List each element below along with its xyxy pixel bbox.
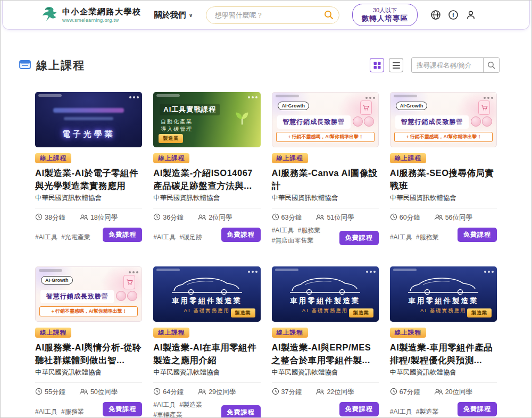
course-card[interactable]: AI工具實戰課程 自動化產業 導入碳管理 製造業 線上課程 AI製造業-介紹IS… — [153, 92, 260, 245]
course-meta: 36分鐘 2位同學 — [153, 208, 260, 222]
free-course-button[interactable]: 免費課程 — [458, 402, 497, 416]
tag[interactable]: #服務業 — [61, 407, 84, 416]
course-provider: 中華民國資訊軟體協會 — [272, 368, 379, 377]
course-provider: 中華民國資訊軟體協會 — [35, 194, 142, 203]
course-thumbnail[interactable]: AI工具實戰課程 自動化產業 導入碳管理 製造業 — [153, 92, 260, 147]
course-footer: #AI工具 #光電產業 免費課程 — [35, 226, 142, 242]
course-students: 22位同學 — [327, 388, 354, 397]
list-view-button[interactable] — [389, 58, 403, 72]
course-card[interactable]: 車用零組件製造業 AI 基礎實務應用 製造業 線上課程 AI製造業-AI在車用零… — [153, 266, 260, 418]
tag[interactable]: #AI工具 — [390, 407, 412, 416]
site-header: 中小企業網路大學校 www.smelearning.org.tw 關於我們 ∨ … — [2, 1, 530, 30]
students-icon — [315, 214, 325, 222]
free-course-button[interactable]: 免費課程 — [339, 402, 379, 416]
free-course-button[interactable]: 免費課程 — [339, 231, 379, 245]
globe-icon[interactable] — [430, 10, 441, 20]
course-card[interactable]: AI·Growth 智慧行銷成長致勝營 ＋行銷不靈感嗎，AI幫你精準出擊！ 線上… — [390, 92, 497, 245]
course-title[interactable]: AI製造業-AI於電子零組件與光學製造業實務應用 — [35, 166, 142, 192]
course-thumbnail[interactable]: 車用零組件製造業 AI 基礎實務應用 製造業 — [272, 266, 379, 322]
course-students: 50位同學 — [90, 388, 118, 397]
course-thumbnail[interactable]: AI·Growth 智慧行銷成長致勝營 ＋行銷不靈感嗎，AI幫你精準出擊！ — [390, 92, 497, 147]
site-url: www.smelearning.org.tw — [62, 18, 142, 23]
course-tags: #AI工具 #服務業 #無店面零售業 — [272, 226, 335, 245]
decorative-glow-line — [64, 117, 113, 120]
thumb-speech-bubble: AI·Growth — [396, 102, 428, 110]
grid-view-button[interactable] — [370, 58, 384, 72]
thumb-banner: ＋行銷不靈感嗎，AI幫你精準出擊！ — [39, 306, 138, 316]
shopping-cart-icon — [360, 101, 372, 115]
course-card[interactable]: AI·Growth 智慧行銷成長致勝營 ＋行銷不靈感嗎，AI幫你精準出擊！ 線上… — [272, 92, 379, 245]
tag[interactable]: #車輛產業 — [153, 411, 182, 418]
cta-line1: 30人以下 — [362, 6, 408, 14]
view-controls — [370, 57, 500, 73]
course-thumbnail[interactable]: 車用零組件製造業 AI 基礎實務應用 製造業 — [153, 266, 260, 322]
thumb-banner: ＋行銷不靈感嗎，AI幫你精準出擊！ — [276, 132, 375, 142]
nav-about-menu[interactable]: 關於我們 ∨ — [154, 10, 193, 20]
free-course-button[interactable]: 免費課程 — [103, 402, 142, 416]
course-tags: #AI工具 #服務業 — [390, 233, 439, 242]
thumb-subline: 自動化產業 — [161, 118, 193, 126]
decorative-sticker — [364, 116, 374, 127]
decorative-glow-line — [53, 108, 124, 113]
free-course-button[interactable]: 免費課程 — [103, 228, 142, 242]
course-provider: 中華民國資訊軟體協會 — [35, 368, 142, 377]
thumb-industry-badge: 製造業 — [349, 308, 373, 317]
course-title[interactable]: AI製造業-車用零組件產品排程/製程優化與預測... — [390, 341, 497, 366]
tag[interactable]: #AI工具 — [35, 233, 57, 242]
digital-transformation-zone-button[interactable]: 30人以下 數轉人培專區 — [352, 4, 418, 26]
course-duration: 55分鐘 — [45, 388, 65, 397]
tag[interactable]: #碳足跡 — [179, 233, 202, 242]
user-account-icon[interactable] — [466, 10, 476, 20]
header-search-input[interactable] — [215, 11, 324, 19]
tag[interactable]: #製造業 — [416, 407, 439, 416]
tag[interactable]: #AI工具 — [390, 233, 412, 242]
free-course-button[interactable]: 免費課程 — [221, 228, 261, 242]
course-thumbnail[interactable]: 車用零組件製造業 AI 基礎實務應用 製造業 — [390, 266, 497, 322]
course-search — [411, 57, 500, 73]
course-card[interactable]: 電子光學業 線上課程 AI製造業-AI於電子零組件與光學製造業實務應用 中華民國… — [35, 92, 142, 245]
thumb-industry-badge: 製造業 — [231, 308, 255, 317]
chevron-down-icon: ∨ — [189, 12, 193, 18]
course-title[interactable]: AI服務業-Canva AI圖像設計 — [272, 166, 379, 192]
tag[interactable]: #服務業 — [298, 226, 321, 235]
course-thumbnail[interactable]: AI·Growth 智慧行銷成長致勝營 ＋行銷不靈感嗎，AI幫你精準出擊！ — [35, 266, 142, 322]
course-title[interactable]: AI服務業-SEO搜尋佈局實戰班 — [390, 166, 497, 192]
course-title[interactable]: AI製造業-AI在車用零組件製造之應用介紹 — [153, 341, 260, 366]
thumb-window-chrome — [272, 266, 379, 273]
course-thumbnail[interactable]: AI·Growth 智慧行銷成長致勝營 ＋行銷不靈感嗎，AI幫你精準出擊！ — [272, 92, 379, 147]
course-card[interactable]: AI·Growth 智慧行銷成長致勝營 ＋行銷不靈感嗎，AI幫你精準出擊！ 線上… — [35, 266, 142, 418]
course-footer: #AI工具 #服務業 #無店面零售業 免費課程 — [272, 226, 379, 245]
clock-icon — [153, 213, 161, 222]
tag[interactable]: #製造業 — [179, 400, 202, 409]
free-course-button[interactable]: 免費課程 — [458, 228, 497, 242]
tag[interactable]: #無店面零售業 — [272, 236, 314, 245]
site-logo[interactable]: 中小企業網路大學校 www.smelearning.org.tw — [40, 5, 142, 24]
course-thumbnail[interactable]: 電子光學業 — [35, 92, 142, 147]
course-search-button[interactable] — [483, 58, 499, 72]
course-title[interactable]: AI製造業-AI與ERP/MES之整合於車用零組件製... — [272, 341, 379, 366]
tag[interactable]: #光電產業 — [61, 233, 90, 242]
decorative-sticker — [116, 291, 126, 301]
clock-icon — [390, 388, 397, 397]
course-title[interactable]: AI製造業-介紹ISO14067產品碳足跡盤查方法與... — [153, 166, 260, 192]
course-students: 29位同學 — [209, 388, 236, 397]
thumb-window-chrome — [153, 92, 260, 99]
free-course-button[interactable]: 免費課程 — [221, 405, 261, 418]
tag[interactable]: #AI工具 — [153, 233, 176, 242]
course-title[interactable]: AI服務業-AI輿情分析-從聆聽社群媒體到做出智... — [35, 341, 142, 366]
course-card[interactable]: 車用零組件製造業 AI 基礎實務應用 製造業 線上課程 AI製造業-AI與ERP… — [272, 266, 379, 418]
course-students: 2位同學 — [209, 213, 232, 222]
facebook-icon[interactable]: f — [448, 10, 459, 20]
seedling-icon — [232, 107, 252, 129]
tag[interactable]: #AI工具 — [272, 226, 294, 235]
shopping-cart-icon — [123, 275, 135, 289]
course-card[interactable]: 車用零組件製造業 AI 基礎實務應用 製造業 線上課程 AI製造業-車用零組件產… — [390, 266, 497, 418]
course-duration: 64分鐘 — [163, 388, 184, 397]
tag[interactable]: #AI工具 — [35, 407, 57, 416]
tag[interactable]: #AI工具 — [153, 400, 176, 409]
search-icon[interactable] — [324, 10, 334, 20]
decorative-sticker — [471, 116, 481, 127]
course-meta: 63分鐘 51位同學 — [272, 208, 379, 222]
tag[interactable]: #服務業 — [416, 233, 439, 242]
course-search-input[interactable] — [412, 62, 483, 69]
